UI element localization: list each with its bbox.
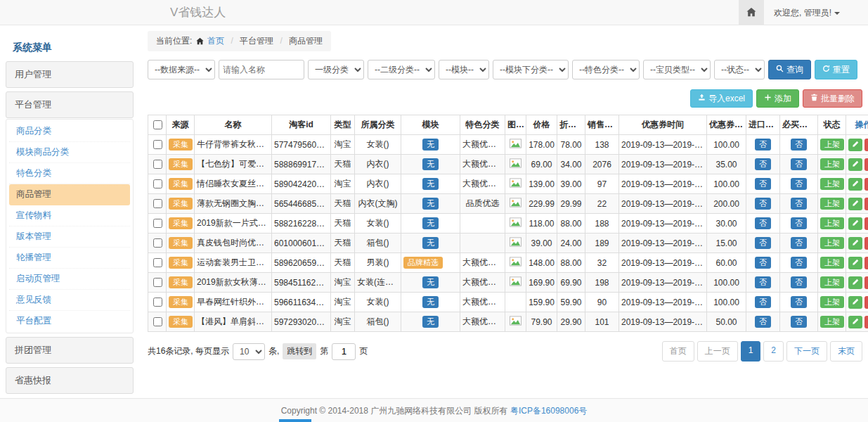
edit-button[interactable] bbox=[848, 198, 862, 210]
sidebar-subitem[interactable]: 商品分类 bbox=[9, 121, 130, 142]
import-select-toggle[interactable]: 否 bbox=[755, 217, 771, 229]
name-search-input[interactable] bbox=[219, 60, 304, 79]
pager-button-2[interactable]: 1 bbox=[741, 341, 761, 362]
sidebar-subitem[interactable]: 版本管理 bbox=[9, 226, 130, 248]
row-checkbox[interactable] bbox=[153, 238, 162, 248]
edit-button[interactable] bbox=[848, 158, 862, 171]
bottom-scrollbar-thumb[interactable] bbox=[279, 419, 311, 422]
status-toggle[interactable]: 上架 bbox=[820, 276, 844, 288]
filter-select-3[interactable]: --模块-- bbox=[439, 60, 489, 79]
sidebar-subitem[interactable]: 商品管理 bbox=[9, 184, 130, 205]
edit-button[interactable] bbox=[848, 217, 862, 230]
reset-button[interactable]: 重置 bbox=[815, 60, 857, 79]
pager-button-5[interactable]: 末页 bbox=[830, 341, 862, 362]
import-select-toggle[interactable]: 否 bbox=[755, 139, 771, 151]
row-checkbox[interactable] bbox=[153, 258, 162, 267]
must-buy-toggle[interactable]: 否 bbox=[791, 257, 807, 269]
row-checkbox[interactable] bbox=[153, 317, 162, 326]
import-select-toggle[interactable]: 否 bbox=[755, 276, 771, 288]
sidebar-subitem[interactable]: 模块商品分类 bbox=[9, 142, 130, 163]
user-menu[interactable]: 欢迎您, 管理员! bbox=[764, 0, 868, 25]
sidebar-subitem[interactable]: 宣传物料 bbox=[9, 205, 130, 226]
must-buy-toggle[interactable]: 否 bbox=[791, 316, 807, 328]
sidebar-subitem[interactable]: 启动页管理 bbox=[9, 269, 130, 290]
import-select-toggle[interactable]: 否 bbox=[755, 178, 771, 190]
delete-button[interactable] bbox=[864, 276, 868, 289]
module-badge[interactable]: 品牌精选 bbox=[403, 257, 443, 269]
row-checkbox[interactable] bbox=[153, 179, 162, 188]
must-buy-toggle[interactable]: 否 bbox=[791, 178, 807, 190]
edit-button[interactable] bbox=[848, 316, 862, 328]
edit-button[interactable] bbox=[848, 178, 862, 191]
must-buy-toggle[interactable]: 否 bbox=[791, 217, 807, 229]
edit-button[interactable] bbox=[848, 276, 862, 289]
edit-button[interactable] bbox=[848, 296, 862, 309]
module-badge[interactable]: 无 bbox=[422, 139, 439, 151]
module-badge[interactable]: 无 bbox=[422, 198, 439, 210]
status-toggle[interactable]: 上架 bbox=[820, 198, 844, 210]
status-toggle[interactable]: 上架 bbox=[820, 158, 844, 170]
filter-select-6[interactable]: --宝贝类型-- bbox=[643, 60, 711, 79]
row-checkbox[interactable] bbox=[153, 199, 162, 208]
must-buy-toggle[interactable]: 否 bbox=[791, 276, 807, 288]
delete-button[interactable] bbox=[864, 198, 868, 210]
row-checkbox[interactable] bbox=[153, 298, 162, 307]
filter-select-0[interactable]: --数据来源-- bbox=[148, 60, 215, 79]
status-toggle[interactable]: 上架 bbox=[820, 237, 844, 249]
import-select-toggle[interactable]: 否 bbox=[755, 198, 771, 210]
breadcrumb-home-link[interactable]: 首页 bbox=[207, 36, 224, 46]
filter-select-7[interactable]: --状态-- bbox=[714, 60, 765, 79]
module-badge[interactable]: 无 bbox=[422, 178, 439, 190]
delete-button[interactable] bbox=[864, 178, 868, 191]
pager-button-0[interactable]: 首页 bbox=[662, 341, 694, 362]
import-select-toggle[interactable]: 否 bbox=[755, 158, 771, 170]
sidebar-group-2[interactable]: 拼团管理 bbox=[6, 337, 134, 364]
add-button[interactable]: 添加 bbox=[756, 89, 799, 108]
filter-select-2[interactable]: --二级分类-- bbox=[368, 60, 435, 79]
module-badge[interactable]: 无 bbox=[422, 276, 439, 288]
edit-button[interactable] bbox=[848, 139, 862, 151]
pager-button-3[interactable]: 2 bbox=[763, 341, 784, 362]
module-badge[interactable]: 无 bbox=[422, 316, 439, 328]
status-toggle[interactable]: 上架 bbox=[820, 178, 844, 190]
row-checkbox[interactable] bbox=[153, 160, 162, 169]
sidebar-group-3[interactable]: 省惠快报 bbox=[6, 367, 134, 394]
sidebar-subitem[interactable]: 轮播管理 bbox=[9, 248, 130, 269]
filter-select-1[interactable]: 一级分类 bbox=[308, 60, 364, 79]
sidebar-subitem[interactable]: 意见反馈 bbox=[9, 290, 130, 311]
edit-button[interactable] bbox=[848, 257, 862, 269]
page-number-input[interactable] bbox=[332, 343, 356, 360]
must-buy-toggle[interactable]: 否 bbox=[791, 296, 807, 308]
row-checkbox[interactable] bbox=[153, 219, 162, 228]
delete-button[interactable] bbox=[864, 217, 868, 230]
per-page-select[interactable]: 10 bbox=[233, 343, 265, 360]
import-excel-button[interactable]: 导入excel bbox=[690, 89, 753, 108]
status-toggle[interactable]: 上架 bbox=[820, 257, 844, 269]
jump-to-button[interactable]: 跳转到 bbox=[283, 343, 316, 359]
module-badge[interactable]: 无 bbox=[422, 296, 439, 308]
sidebar-subitem[interactable]: 特色分类 bbox=[9, 163, 130, 184]
icp-link[interactable]: 粤ICP备16098006号 bbox=[510, 406, 587, 416]
module-badge[interactable]: 无 bbox=[422, 237, 439, 249]
must-buy-toggle[interactable]: 否 bbox=[791, 139, 807, 151]
must-buy-toggle[interactable]: 否 bbox=[791, 198, 807, 210]
filter-select-4[interactable]: --模块下分类-- bbox=[493, 60, 569, 79]
status-toggle[interactable]: 上架 bbox=[820, 217, 844, 229]
delete-button[interactable] bbox=[864, 158, 868, 171]
pager-button-4[interactable]: 下一页 bbox=[786, 341, 827, 362]
home-button[interactable] bbox=[739, 0, 764, 25]
must-buy-toggle[interactable]: 否 bbox=[791, 158, 807, 170]
search-button[interactable]: 查询 bbox=[768, 60, 811, 79]
sidebar-subitem[interactable]: 平台配置 bbox=[9, 311, 130, 331]
row-checkbox[interactable] bbox=[153, 278, 162, 287]
select-all-checkbox[interactable] bbox=[153, 120, 162, 129]
status-toggle[interactable]: 上架 bbox=[820, 296, 844, 308]
import-select-toggle[interactable]: 否 bbox=[755, 257, 771, 269]
import-select-toggle[interactable]: 否 bbox=[755, 296, 771, 308]
module-badge[interactable]: 无 bbox=[422, 158, 439, 170]
status-toggle[interactable]: 上架 bbox=[820, 139, 844, 151]
pager-button-1[interactable]: 上一页 bbox=[697, 341, 738, 362]
sidebar-group-1[interactable]: 平台管理 bbox=[6, 91, 134, 118]
delete-button[interactable] bbox=[864, 296, 868, 309]
delete-button[interactable] bbox=[864, 139, 868, 151]
